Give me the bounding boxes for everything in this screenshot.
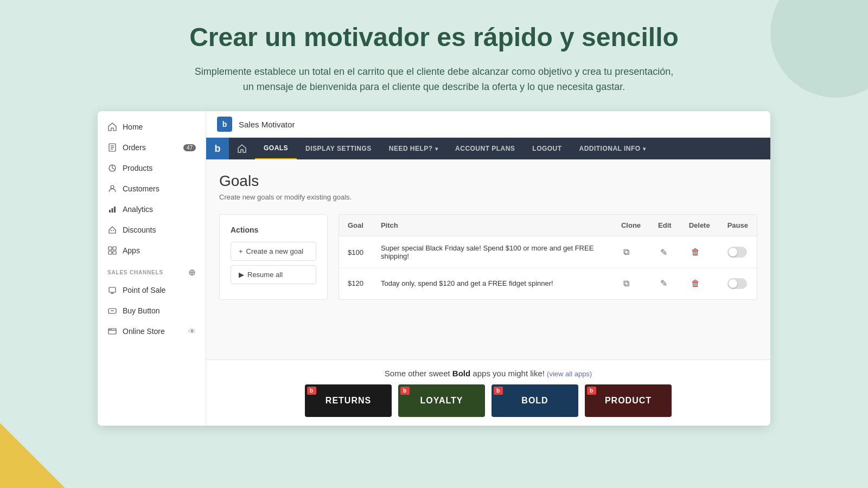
deco-triangle (0, 423, 65, 488)
row2-delete-button[interactable]: 🗑 (689, 277, 702, 291)
row2-clone-cell: ⧉ (612, 268, 649, 299)
goals-heading: Goals (219, 172, 757, 190)
col-delete: Delete (680, 215, 719, 236)
sales-channels-section: SALES CHANNELS ⊕ (98, 261, 206, 280)
sidebar-item-pos[interactable]: Point of Sale (98, 280, 206, 300)
play-icon: ▶ (239, 271, 244, 279)
sidebar-item-orders[interactable]: Orders 47 (98, 137, 206, 158)
svg-point-9 (111, 230, 112, 231)
row1-edit-button[interactable]: ✎ (658, 245, 669, 260)
svg-point-23 (111, 329, 112, 330)
product-badge: b (587, 387, 596, 395)
nav-account-plans[interactable]: ACCOUNT PLANS (446, 138, 524, 159)
nav-goals[interactable]: GOALS (255, 138, 297, 159)
promo-app-product[interactable]: b PRODUCT (585, 384, 672, 417)
row1-delete-cell: 🗑 (680, 236, 719, 268)
row2-pitch: Today only, spend $120 and get a FREE fi… (372, 268, 612, 299)
goals-table: Goal Pitch Clone Edit Delete Pause (339, 215, 757, 298)
svg-rect-11 (108, 247, 112, 250)
sidebar-item-online-store[interactable]: Online Store 👁 (98, 321, 206, 342)
row1-delete-button[interactable]: 🗑 (689, 245, 702, 259)
hero-subtitle: Simplemente establece un total en el car… (190, 64, 678, 95)
svg-rect-12 (113, 247, 116, 250)
promo-section: Some other sweet Bold apps you might lik… (206, 359, 770, 426)
analytics-icon (107, 204, 117, 214)
nav-additional-info[interactable]: ADDITIONAL INFO ▾ (571, 138, 654, 159)
app-nav: b GOALS DISPLAY SETTINGS NEED HELP? ▾ AC… (206, 138, 770, 159)
actions-title: Actions (231, 226, 316, 234)
sidebar-label-apps: Apps (123, 246, 140, 255)
sidebar-label-products: Products (123, 164, 152, 172)
svg-point-5 (111, 185, 114, 189)
sidebar-item-apps[interactable]: Apps (98, 240, 206, 261)
promo-apps: b RETURNS b LOYALTY b BOLD b PRODUCT (219, 384, 757, 417)
sidebar-label-home: Home (123, 123, 143, 131)
sidebar-item-discounts[interactable]: Discounts (98, 220, 206, 240)
sidebar-label-buy-button: Buy Button (123, 306, 160, 315)
col-goal: Goal (339, 215, 372, 236)
nav-display-settings[interactable]: DISPLAY SETTINGS (297, 138, 380, 159)
sidebar-label-analytics: Analytics (123, 205, 153, 214)
row1-clone-cell: ⧉ (612, 236, 649, 268)
sidebar-label-customers: Customers (123, 184, 159, 193)
actions-panel: Actions + Create a new goal ▶ Resume all (219, 214, 328, 300)
svg-point-22 (110, 329, 111, 330)
customers-icon (107, 184, 117, 194)
promo-app-bold[interactable]: b BOLD (492, 384, 578, 417)
table-row: $100 Super special Black Friday sale! Sp… (339, 236, 757, 268)
row1-toggle[interactable] (727, 247, 747, 258)
add-sales-channel-icon[interactable]: ⊕ (188, 267, 196, 278)
row1-pitch: Super special Black Friday sale! Spend $… (372, 236, 612, 268)
resume-all-button[interactable]: ▶ Resume all (231, 265, 316, 284)
sidebar-item-buy-button[interactable]: Buy Button (98, 300, 206, 321)
sidebar-item-products[interactable]: Products (98, 158, 206, 178)
col-edit: Edit (649, 215, 680, 236)
row2-pause-cell (719, 268, 757, 299)
orders-badge: 47 (183, 144, 196, 151)
svg-rect-8 (114, 207, 116, 213)
online-store-visibility-icon[interactable]: 👁 (188, 327, 196, 336)
row1-clone-button[interactable]: ⧉ (621, 245, 631, 259)
view-all-apps-link[interactable]: (view all apps) (547, 370, 592, 378)
returns-badge: b (307, 387, 316, 395)
additional-info-chevron: ▾ (643, 146, 646, 152)
row2-edit-cell: ✎ (649, 268, 680, 299)
sidebar-item-analytics[interactable]: Analytics (98, 199, 206, 220)
promo-app-returns[interactable]: b RETURNS (305, 384, 392, 417)
row2-goal: $120 (339, 268, 372, 299)
app-window: Home Orders 47 Products Customers (98, 111, 770, 426)
nav-home[interactable] (229, 138, 255, 159)
online-store-icon (107, 326, 117, 336)
plus-icon: + (239, 247, 243, 255)
sidebar-label-pos: Point of Sale (123, 286, 165, 294)
pos-icon (107, 285, 117, 295)
svg-rect-7 (112, 208, 113, 213)
sidebar-item-customers[interactable]: Customers (98, 178, 206, 199)
row1-edit-cell: ✎ (649, 236, 680, 268)
nav-need-help[interactable]: NEED HELP? ▾ (380, 138, 446, 159)
nav-logout[interactable]: LOGOUT (524, 138, 570, 159)
loyalty-badge: b (400, 387, 410, 395)
sidebar-label-discounts: Discounts (123, 226, 156, 234)
goals-table-wrapper: Goal Pitch Clone Edit Delete Pause (339, 214, 757, 300)
svg-rect-6 (109, 210, 111, 213)
apps-icon (107, 246, 117, 255)
promo-app-loyalty[interactable]: b LOYALTY (398, 384, 485, 417)
goals-grid: Actions + Create a new goal ▶ Resume all (219, 214, 757, 300)
table-row: $120 Today only, spend $120 and get a FR… (339, 268, 757, 299)
col-clone: Clone (612, 215, 649, 236)
row2-clone-button[interactable]: ⧉ (621, 277, 631, 291)
sidebar-label-orders: Orders (123, 143, 146, 152)
sidebar-item-home[interactable]: Home (98, 117, 206, 137)
row2-edit-button[interactable]: ✎ (658, 276, 669, 291)
products-icon (107, 163, 117, 173)
bold-badge: b (494, 387, 503, 395)
create-goal-button[interactable]: + Create a new goal (231, 242, 316, 261)
nav-logo: b (206, 138, 229, 159)
svg-rect-14 (113, 251, 116, 254)
col-pause: Pause (719, 215, 757, 236)
discounts-icon (107, 225, 117, 235)
main-content: b Sales Motivator b GOALS DISPLAY SETTIN… (206, 111, 770, 426)
svg-rect-13 (108, 251, 112, 254)
row2-toggle[interactable] (727, 278, 747, 289)
